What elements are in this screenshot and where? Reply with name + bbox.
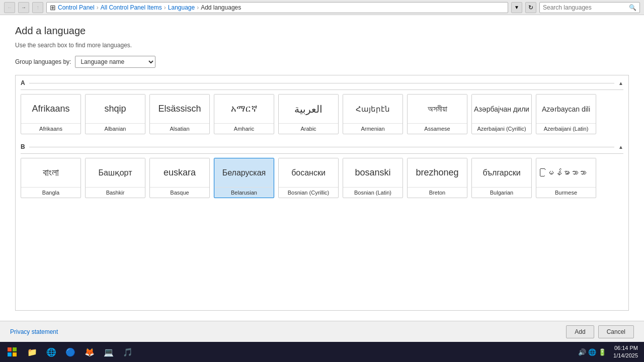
lang-script-azerbaijani-latin: Azərbaycan dili xyxy=(536,95,596,124)
tray-icon-3[interactable]: 🔋 xyxy=(598,348,606,356)
address-icon: ⊞ xyxy=(50,4,56,12)
lang-name-bashkir: Bashkir xyxy=(86,188,145,198)
title-bar: ← → ↑ ⊞ Control Panel › All Control Pane… xyxy=(0,0,644,15)
lang-script-bulgarian: български xyxy=(472,158,531,188)
lang-script-bashkir: Башқорт xyxy=(86,158,145,188)
taskbar-app6[interactable]: 🎵 xyxy=(119,343,137,361)
add-button[interactable]: Add xyxy=(566,325,594,338)
lang-script-burmese: မြန်မာဘာသာ xyxy=(536,158,596,188)
lang-tile-arabic[interactable]: العربية Arabic xyxy=(278,94,339,134)
lang-tile-bosnian-cyrillic[interactable]: босански Bosnian (Cyrillic) xyxy=(278,158,339,198)
lang-script-albanian: shqip xyxy=(86,95,145,124)
lang-tile-albanian[interactable]: shqip Albanian xyxy=(85,94,145,134)
address-bar[interactable]: ⊞ Control Panel › All Control Panel Item… xyxy=(46,2,508,13)
lang-tile-armenian[interactable]: Հայերէն Armenian xyxy=(343,94,403,134)
lang-tile-amharic[interactable]: አማርኛ Amharic xyxy=(214,94,274,134)
lang-script-alsatian: Elsässisch xyxy=(150,95,209,124)
section-a: A ▲ Afrikaans Afrikaans shqip Albanian E… xyxy=(16,75,628,139)
language-container[interactable]: A ▲ Afrikaans Afrikaans shqip Albanian E… xyxy=(15,75,629,311)
taskbar-firefox[interactable]: 🦊 xyxy=(80,343,99,361)
main-content: Add a language Use the search box to fin… xyxy=(0,15,644,321)
breadcrumb-control-panel[interactable]: Control Panel xyxy=(58,4,95,11)
lang-name-azerbaijani-latin: Azerbaijani (Latin) xyxy=(536,124,596,134)
section-divider-b xyxy=(29,147,614,147)
breadcrumb-all-items[interactable]: All Control Panel Items xyxy=(101,4,162,11)
lang-name-arabic: Arabic xyxy=(279,124,338,134)
group-select[interactable]: Language name xyxy=(75,56,155,68)
lang-tile-azerbaijani-cyrillic[interactable]: Азәрбајчан дили Azerbaijani (Cyrillic) xyxy=(471,94,532,134)
lang-name-assamese: Assamese xyxy=(408,124,467,134)
taskbar: 📁 🌐 🔵 🦊 💻 🎵 🔊 🌐 🔋 06:14 PM 1/14/2025 xyxy=(0,342,644,362)
address-dropdown[interactable]: ▼ xyxy=(511,2,522,13)
collapse-a-icon[interactable]: ▲ xyxy=(618,80,623,86)
lang-script-bangla: বাংলা xyxy=(21,158,80,188)
back-button[interactable]: ← xyxy=(4,2,15,13)
lang-tile-alsatian[interactable]: Elsässisch Alsatian xyxy=(149,94,210,134)
taskbar-ie[interactable]: 🌐 xyxy=(42,343,60,361)
taskbar-clock[interactable]: 06:14 PM 1/14/2025 xyxy=(609,344,642,360)
group-label: Group languages by: xyxy=(15,58,71,65)
lang-script-armenian: Հայերէն xyxy=(343,95,403,124)
svg-rect-3 xyxy=(13,352,17,356)
lang-grid-a: Afrikaans Afrikaans shqip Albanian Elsäs… xyxy=(21,94,623,134)
lang-name-basque: Basque xyxy=(150,188,209,198)
tray-icon-1[interactable]: 🔊 xyxy=(578,348,586,356)
lang-grid-b: বাংলা Bangla Башқорт Bashkir euskara Bas… xyxy=(21,158,623,198)
taskbar-explorer[interactable]: 📁 xyxy=(23,343,41,361)
section-letter-b: B xyxy=(21,143,25,150)
lang-name-amharic: Amharic xyxy=(214,124,274,134)
collapse-b-icon[interactable]: ▲ xyxy=(618,144,623,150)
forward-button[interactable]: → xyxy=(18,2,29,13)
privacy-link[interactable]: Privacy statement xyxy=(10,328,58,335)
lang-script-belarusian: Беларуская xyxy=(214,158,274,188)
taskbar-chrome[interactable]: 🔵 xyxy=(61,343,79,361)
lang-script-breton: brezhoneg xyxy=(408,158,467,188)
section-letter-a: A xyxy=(21,79,25,86)
lang-tile-azerbaijani-latin[interactable]: Azərbaycan dili Azerbaijani (Latin) xyxy=(536,94,596,134)
lang-name-bangla: Bangla xyxy=(21,188,80,198)
cancel-button[interactable]: Cancel xyxy=(598,325,634,338)
lang-tile-bulgarian[interactable]: български Bulgarian xyxy=(471,158,532,198)
group-row: Group languages by: Language name xyxy=(15,56,629,68)
lang-tile-bashkir[interactable]: Башқорт Bashkir xyxy=(85,158,145,198)
lang-tile-burmese[interactable]: မြန်မာဘာသာ Burmese xyxy=(536,158,596,198)
lang-name-armenian: Armenian xyxy=(343,124,403,134)
taskbar-app5[interactable]: 💻 xyxy=(100,343,118,361)
page-title: Add a language xyxy=(15,25,629,37)
lang-tile-bosnian-latin[interactable]: bosanski Bosnian (Latin) xyxy=(343,158,403,198)
lang-script-arabic: العربية xyxy=(279,95,338,124)
lang-name-bosnian-cyrillic: Bosnian (Cyrillic) xyxy=(279,188,338,198)
section-divider-a xyxy=(29,83,614,83)
lang-script-afrikaans: Afrikaans xyxy=(21,95,80,124)
search-icon[interactable]: 🔍 xyxy=(629,4,636,11)
lang-name-belarusian: Belarusian xyxy=(214,188,274,198)
refresh-button[interactable]: ↻ xyxy=(525,2,536,13)
lang-tile-basque[interactable]: euskara Basque xyxy=(149,158,210,198)
lang-name-alsatian: Alsatian xyxy=(150,124,209,134)
lang-tile-afrikaans[interactable]: Afrikaans Afrikaans xyxy=(21,94,81,134)
tray-icon-2[interactable]: 🌐 xyxy=(588,348,596,356)
search-bar[interactable]: 🔍 xyxy=(539,2,640,13)
lang-name-afrikaans: Afrikaans xyxy=(21,124,80,134)
lang-name-burmese: Burmese xyxy=(536,188,596,198)
lang-script-assamese: অসমীয়া xyxy=(408,95,467,124)
start-button[interactable] xyxy=(2,343,22,361)
lang-name-albanian: Albanian xyxy=(86,124,145,134)
up-button[interactable]: ↑ xyxy=(32,2,43,13)
svg-rect-0 xyxy=(8,347,12,351)
lang-tile-bangla[interactable]: বাংলা Bangla xyxy=(21,158,81,198)
taskbar-date: 1/14/2025 xyxy=(613,352,638,359)
lang-tile-breton[interactable]: brezhoneg Breton xyxy=(407,158,467,198)
lang-tile-belarusian[interactable]: Беларуская Belarusian xyxy=(214,158,274,198)
breadcrumb-language[interactable]: Language xyxy=(168,4,195,11)
systray: 🔊 🌐 🔋 xyxy=(576,348,608,356)
lang-tile-assamese[interactable]: অসমীয়া Assamese xyxy=(407,94,467,134)
footer-buttons: Add Cancel xyxy=(566,325,634,338)
breadcrumb-add-languages: Add languages xyxy=(201,4,241,11)
taskbar-time: 06:14 PM xyxy=(613,344,638,352)
section-b: B ▲ বাংলা Bangla Башқорт Bashkir euskara… xyxy=(16,139,628,203)
search-input[interactable] xyxy=(543,4,627,11)
page-subtitle: Use the search box to find more language… xyxy=(15,42,629,49)
footer: Privacy statement Add Cancel xyxy=(0,321,644,342)
lang-script-azerbaijani-cyrillic: Азәрбајчан дили xyxy=(472,95,531,124)
